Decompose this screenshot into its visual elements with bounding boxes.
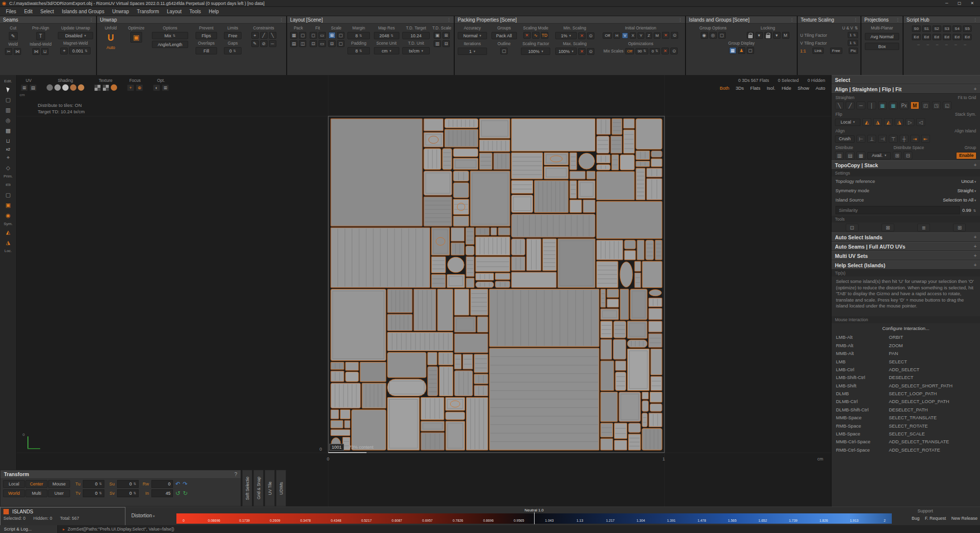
uv-island[interactable] (649, 413, 662, 427)
select-section-header[interactable]: Select (832, 75, 980, 84)
edge-constraint-icon[interactable]: ╱ (260, 32, 268, 39)
align-right-icon[interactable]: ⊣ (878, 135, 887, 143)
space-button-mouse[interactable]: Mouse (48, 480, 70, 488)
uv-island[interactable] (476, 228, 490, 235)
uv-island[interactable] (421, 432, 444, 450)
uv-island[interactable] (642, 413, 647, 427)
pencil-constraint-icon[interactable]: ✎ (251, 40, 259, 47)
rw-field[interactable]: 0 (151, 480, 173, 488)
stack-sym-right-icon[interactable]: ◁ (916, 118, 925, 126)
space-button-local[interactable]: Local (3, 480, 25, 488)
expand-icon[interactable]: + (974, 244, 977, 249)
orientation-option-y[interactable]: Y (637, 32, 644, 39)
pack-all-button[interactable]: Pack All (491, 32, 517, 39)
pin-constraint-icon[interactable]: ⌖ (251, 32, 259, 39)
scaling-off-icon[interactable]: ✕ (523, 32, 531, 39)
focus-target-icon[interactable]: ⊕ (136, 84, 143, 91)
ratio-button[interactable]: 1:1 (800, 49, 806, 53)
flip-space-dropdown[interactable]: Local (835, 119, 860, 126)
menu-item-select[interactable]: Select (36, 8, 58, 15)
flips-button[interactable]: Flips (196, 32, 217, 39)
magnet-tool-icon[interactable]: ⊔ (3, 137, 13, 145)
symmetry-v-icon[interactable]: ◮ (3, 238, 13, 247)
uv-island[interactable] (512, 256, 525, 271)
support-link-f-request[interactable]: F. Request (925, 516, 946, 521)
space-button-user[interactable]: User (48, 489, 70, 497)
free-button[interactable]: Free (224, 32, 242, 39)
select-cursor-icon[interactable] (3, 85, 13, 94)
support-link-bug[interactable]: Bug (911, 516, 919, 521)
straighten-loop-icon[interactable]: │ (867, 102, 876, 109)
uv-island[interactable] (345, 372, 359, 381)
section-multi-uv-sets[interactable]: Multi UV Sets+ (832, 251, 980, 260)
uv-island[interactable] (635, 273, 641, 287)
uv-island[interactable] (628, 423, 640, 432)
uv-island[interactable] (414, 289, 436, 331)
flip-vertical-icon[interactable]: ◮ (873, 118, 882, 126)
optimizations-clear-icon[interactable]: ✕ (662, 48, 669, 54)
menu-item-transform[interactable]: Transform (133, 8, 163, 15)
avg-normal-button[interactable]: Avg Normal (865, 33, 899, 40)
expand-icon[interactable]: + (974, 262, 977, 268)
uv-island[interactable] (453, 158, 478, 170)
uv-island[interactable] (579, 153, 595, 169)
fit-px-button[interactable]: Px (900, 102, 908, 109)
uv-island[interactable] (447, 257, 464, 272)
unlock-dropdown-icon[interactable]: ▾ (773, 32, 781, 39)
uv-viewport[interactable]: UV ⊞▤ Shading Texture Focus +⊕ Opt. ◐⊞ (17, 75, 831, 507)
pack-selected-icon[interactable]: ▢ (299, 32, 306, 39)
grid-snap-icon[interactable]: ◰ (921, 102, 930, 109)
uv-island[interactable] (630, 289, 647, 320)
uv-island[interactable] (439, 353, 453, 365)
gaps-spinner[interactable]: 0 (224, 47, 242, 54)
uv-island[interactable] (479, 119, 510, 138)
lock-dropdown-icon[interactable]: ▾ (756, 32, 763, 39)
cut-tool-icon[interactable]: ✎ (9, 32, 18, 40)
uv-island[interactable] (388, 398, 419, 450)
td-scale-set-icon[interactable]: ⊟ (442, 40, 450, 47)
brush-select-icon[interactable]: ▩ (3, 127, 13, 135)
pin-tool-icon[interactable]: ⌖ (3, 153, 13, 162)
accuracy-dropdown[interactable]: Normal (458, 32, 487, 39)
uv-tiling-spin-icon[interactable]: ⇅ (855, 25, 858, 30)
uv-island[interactable] (620, 289, 629, 320)
uv-island[interactable] (627, 321, 647, 338)
orientation-option-z[interactable]: Z (646, 32, 652, 39)
space-v-icon[interactable]: ⊟ (904, 152, 912, 159)
uv-island[interactable] (424, 119, 443, 131)
x2-toggle[interactable]: x2 (6, 147, 10, 152)
uv-island[interactable] (474, 374, 488, 384)
fit-grid-icon[interactable]: ▦ (878, 102, 887, 109)
shading-flat-icon[interactable] (47, 84, 53, 91)
uv-island[interactable] (646, 240, 654, 260)
mix-scales-toggle[interactable]: Off (625, 48, 635, 54)
script-log-tab[interactable]: Script & Log... (0, 525, 58, 533)
uv-island[interactable] (421, 398, 444, 420)
bottom-tab-uv-tile[interactable]: UV Tile (265, 470, 275, 507)
fit-all-icon[interactable]: ▭ (318, 40, 326, 47)
uv-island[interactable] (649, 298, 662, 307)
orientation-option-h[interactable]: H (613, 32, 620, 39)
configure-interaction-button[interactable]: Configure Interaction... (832, 323, 980, 333)
uv-island[interactable] (340, 409, 350, 419)
distribute-space-dropdown[interactable]: Avail. (867, 152, 891, 159)
uv-island[interactable] (623, 119, 634, 128)
uv-island[interactable] (607, 289, 619, 298)
min-scaling-clear-icon[interactable]: ✕ (578, 32, 586, 39)
uv-island[interactable] (476, 257, 510, 272)
uv-island[interactable] (498, 228, 510, 235)
uv-island[interactable] (388, 353, 426, 378)
uv-island[interactable] (597, 165, 611, 170)
menu-item-files[interactable]: Files (2, 8, 20, 15)
uv-island[interactable] (607, 299, 619, 307)
rotate-ccw-icon[interactable]: ↺ (175, 490, 180, 497)
uv-island[interactable] (651, 349, 662, 375)
uv-island[interactable] (466, 246, 474, 255)
script-slot-s2[interactable]: S2 (932, 25, 941, 32)
outline-icon[interactable]: ▢ (500, 48, 508, 54)
min-scaling-eye-icon[interactable]: ⊙ (587, 32, 594, 39)
pre-align-icon[interactable]: T (36, 32, 45, 40)
uv-island[interactable] (491, 228, 497, 235)
uv-island[interactable] (512, 195, 533, 212)
uv-island[interactable] (601, 423, 613, 437)
